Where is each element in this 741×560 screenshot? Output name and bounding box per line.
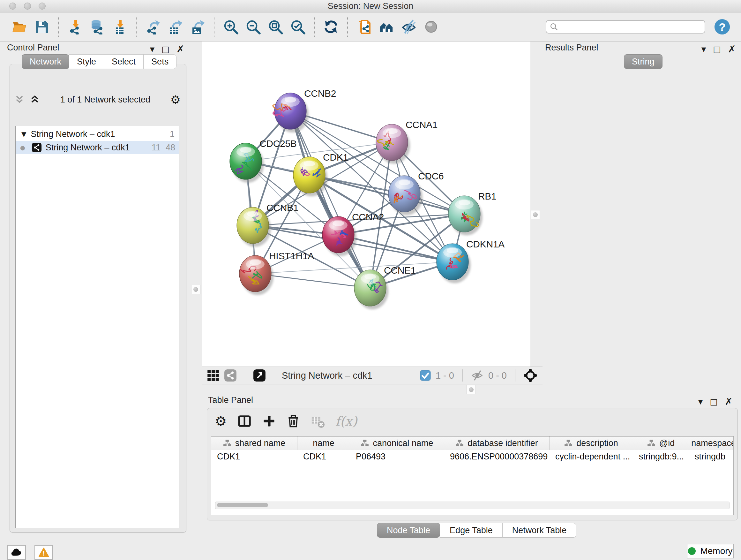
tab-edge-table[interactable]: Edge Table [440, 523, 502, 538]
current-network-bullet-icon: ● [20, 144, 25, 151]
column-header-description[interactable]: description [549, 436, 633, 450]
column-label: @id [659, 438, 675, 448]
tab-node-table[interactable]: Node Table [377, 523, 440, 538]
tab-style[interactable]: Style [69, 54, 104, 69]
save-session-button[interactable] [33, 18, 50, 36]
tab-network-table[interactable]: Network Table [502, 523, 577, 538]
column-label: database identifier [468, 438, 538, 448]
zoom-selected-button[interactable] [289, 18, 306, 36]
warnings-button[interactable] [35, 545, 53, 560]
zoom-fit-icon [268, 19, 283, 35]
node-table[interactable]: shared namenamecanonical namedatabase id… [211, 436, 734, 515]
search-input[interactable] [561, 21, 701, 33]
network-row[interactable]: ● String Network – cdk1 11 48 [16, 141, 179, 154]
help-button[interactable]: ? [714, 18, 731, 36]
results-panel-menu-icon[interactable]: ▼ [701, 46, 706, 53]
import-network-from-database-button[interactable] [89, 18, 106, 36]
show-columns-icon[interactable] [237, 414, 252, 428]
node-HIST1H1A[interactable]: HIST1H1A [239, 251, 314, 295]
zoom-in-button[interactable] [222, 18, 239, 36]
table-hscrollbar[interactable] [215, 502, 730, 509]
pan-crosshair-icon[interactable] [523, 368, 537, 382]
delete-column-icon[interactable] [286, 414, 300, 428]
status-bar: Memory [0, 543, 741, 560]
add-column-icon[interactable] [262, 414, 276, 428]
import-table-from-file-button[interactable] [111, 18, 128, 36]
control-panel-close-icon[interactable]: ✗ [177, 44, 185, 55]
table-cell[interactable]: cyclin-dependent ... [549, 450, 633, 463]
import-network-from-file-button[interactable] [67, 18, 83, 36]
network-canvas[interactable]: CCNB2CCNA1CDC25BCDK1CDC6RB1CCNB1CCNA2CDK… [202, 42, 530, 367]
results-panel-float-icon[interactable]: □ [713, 45, 721, 53]
string-view-badge-icon[interactable] [224, 369, 237, 382]
node-CDKN1A[interactable]: CDKN1A [436, 239, 504, 283]
table-panel-float-icon[interactable]: □ [710, 397, 718, 406]
control-panel-float-icon[interactable]: □ [161, 45, 170, 53]
table-cell[interactable]: stringdb:9... [633, 450, 689, 463]
tab-network[interactable]: Network [22, 54, 69, 69]
network-collection-row[interactable]: ▼ String Network – cdk1 1 [16, 127, 179, 141]
column-header-database-identifier[interactable]: database identifier [444, 436, 549, 450]
gray-eye-icon [423, 19, 439, 35]
node-CDK1[interactable]: CDK1 [293, 152, 348, 196]
table-row[interactable]: CDK1CDK1P064939606.ENSP00000378699cyclin… [211, 450, 733, 463]
show-glass-pane-button[interactable] [423, 18, 440, 36]
selected-checkbox-icon[interactable] [420, 370, 431, 381]
left-splitter-toggle[interactable] [191, 285, 200, 294]
node-CCNE1[interactable]: CCNE1 [354, 265, 416, 309]
table-panel-close-icon[interactable]: ✗ [725, 396, 733, 407]
export-network-button[interactable] [145, 18, 161, 36]
collection-expand-icon[interactable]: ▼ [21, 130, 26, 138]
table-cell[interactable]: CDK1 [211, 450, 297, 463]
import-network-icon [67, 19, 83, 35]
column-header-shared-name[interactable]: shared name [211, 436, 297, 450]
node-CDC25B[interactable]: CDC25B [230, 138, 297, 183]
expand-all-icon[interactable] [29, 94, 40, 105]
network-edges[interactable] [246, 111, 464, 288]
tab-string[interactable]: String [624, 54, 663, 69]
toolbar-separator [314, 17, 315, 37]
hide-glass-pane-button[interactable] [401, 18, 417, 36]
results-panel-close-icon[interactable]: ✗ [728, 44, 736, 55]
network-options-gear-icon[interactable]: ⚙ [171, 93, 181, 106]
help-icon: ? [714, 18, 731, 36]
memory-button[interactable]: Memory [687, 544, 734, 558]
string-home-button[interactable] [378, 18, 395, 36]
birdseye-view-icon[interactable] [253, 369, 266, 382]
column-header-canonical-name[interactable]: canonical name [350, 436, 444, 450]
column-header-@id[interactable]: @id [633, 436, 689, 450]
table-cell[interactable]: 9606.ENSP00000378699 [444, 450, 549, 463]
import-string-network-button[interactable] [356, 18, 373, 36]
node-CCNB2[interactable]: CCNB2 [273, 88, 336, 132]
zoom-out-button[interactable] [245, 18, 261, 36]
table-cell[interactable]: P06493 [350, 450, 444, 463]
save-icon [34, 19, 50, 35]
export-table-icon [167, 19, 183, 35]
bottom-splitter-toggle[interactable] [467, 385, 476, 394]
tab-sets[interactable]: Sets [143, 54, 177, 69]
table-cell[interactable]: CDK1 [297, 450, 350, 463]
table-cell[interactable]: stringdb [689, 450, 734, 463]
export-image-button[interactable] [189, 18, 206, 36]
cloud-button[interactable] [7, 545, 26, 560]
column-header-namespace[interactable]: namespace [689, 436, 734, 450]
column-header-name[interactable]: name [297, 436, 350, 450]
zoom-fit-button[interactable] [267, 18, 284, 36]
refresh-button[interactable] [323, 18, 339, 36]
export-table-button[interactable] [167, 18, 184, 36]
column-label: description [576, 438, 618, 448]
right-splitter-toggle[interactable] [531, 210, 540, 219]
collapse-all-icon[interactable] [14, 94, 25, 105]
node-label-CCNB1: CCNB1 [266, 202, 298, 213]
node-CCNB1[interactable]: CCNB1 [237, 202, 298, 247]
network-label: String Network – cdk1 [46, 143, 130, 152]
function-builder-icon: f(x) [335, 414, 357, 428]
open-session-button[interactable] [11, 18, 28, 36]
table-panel-menu-icon[interactable]: ▼ [698, 398, 703, 405]
node-CDC6[interactable]: CDC6 [388, 171, 444, 215]
grid-view-icon[interactable] [207, 369, 219, 382]
node-RB1[interactable]: RB1 [448, 191, 496, 235]
table-options-gear-icon[interactable]: ⚙ [215, 414, 227, 429]
control-panel-menu-icon[interactable]: ▼ [150, 46, 155, 53]
tab-select[interactable]: Select [104, 54, 144, 69]
